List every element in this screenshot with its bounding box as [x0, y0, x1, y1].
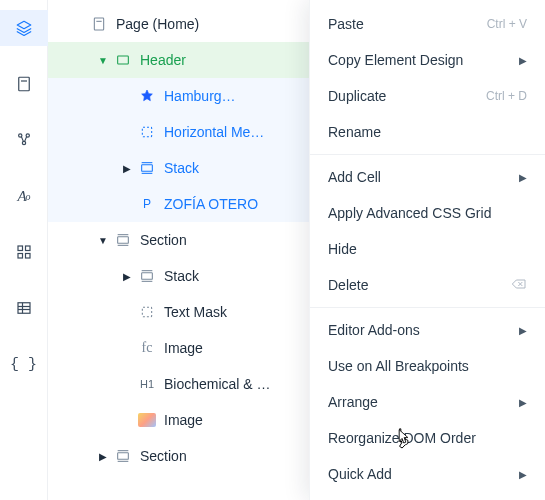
- rail-grid[interactable]: [0, 234, 48, 270]
- svg-rect-28: [142, 307, 151, 316]
- shortcut: Ctrl + V: [487, 17, 527, 31]
- chevron-right-icon: ▶: [519, 397, 527, 408]
- menu-separator: [310, 154, 545, 155]
- stack-icon: [138, 159, 156, 177]
- svg-rect-13: [94, 18, 103, 30]
- svg-rect-22: [118, 237, 129, 244]
- caret-right-icon[interactable]: ▶: [96, 451, 110, 462]
- menu-label: Apply Advanced CSS Grid: [328, 205, 527, 221]
- h1-icon: H1: [138, 378, 156, 390]
- image-thumb-icon: [138, 413, 156, 427]
- caret-down-icon[interactable]: ▼: [96, 235, 110, 246]
- svg-rect-5: [18, 246, 23, 251]
- chevron-right-icon: ▶: [519, 325, 527, 336]
- components-icon: [15, 131, 33, 149]
- typography-icon: A: [17, 188, 25, 205]
- caret-right-icon[interactable]: ▶: [120, 163, 134, 174]
- menu-delete[interactable]: Delete: [310, 267, 545, 303]
- menu-rename[interactable]: Rename: [310, 114, 545, 150]
- svg-rect-8: [25, 254, 30, 259]
- dashed-box-icon: [138, 303, 156, 321]
- menu-label: Editor Add-ons: [328, 322, 519, 338]
- menu-copy-design[interactable]: Copy Element Design ▶: [310, 42, 545, 78]
- menu-label: Duplicate: [328, 88, 486, 104]
- menu-reorganize[interactable]: Reorganize DOM Order: [310, 420, 545, 456]
- caret-right-icon[interactable]: ▶: [120, 271, 134, 282]
- svg-rect-19: [142, 165, 153, 172]
- rail-layers[interactable]: [0, 10, 48, 46]
- menu-label: Use on All Breakpoints: [328, 358, 527, 374]
- rail-table[interactable]: [0, 290, 48, 326]
- shortcut: Ctrl + D: [486, 89, 527, 103]
- chevron-right-icon: ▶: [519, 469, 527, 480]
- page-icon: [15, 75, 33, 93]
- svg-rect-0: [18, 77, 29, 91]
- svg-rect-7: [18, 254, 23, 259]
- chevron-right-icon: ▶: [519, 172, 527, 183]
- grid-icon: [15, 243, 33, 261]
- signature-icon: fc: [138, 340, 156, 356]
- menu-label: Reorganize DOM Order: [328, 430, 527, 446]
- section-icon: [114, 231, 132, 249]
- menu-duplicate[interactable]: Duplicate Ctrl + D: [310, 78, 545, 114]
- svg-point-4: [22, 141, 25, 144]
- svg-rect-6: [25, 246, 30, 251]
- star-icon: [138, 87, 156, 105]
- code-icon: { }: [10, 356, 37, 373]
- dashed-box-icon: [138, 123, 156, 141]
- page-icon: [90, 15, 108, 33]
- svg-rect-18: [142, 127, 151, 136]
- delete-icon: [511, 277, 527, 293]
- svg-rect-29: [118, 453, 129, 460]
- menu-label: Add Cell: [328, 169, 519, 185]
- left-rail: Ao { }: [0, 0, 48, 500]
- menu-label: Hide: [328, 241, 527, 257]
- menu-addons[interactable]: Editor Add-ons ▶: [310, 312, 545, 348]
- menu-separator: [310, 307, 545, 308]
- menu-paste[interactable]: Paste Ctrl + V: [310, 6, 545, 42]
- rail-page[interactable]: [0, 66, 48, 102]
- stack-icon: [138, 267, 156, 285]
- menu-label: Copy Element Design: [328, 52, 519, 68]
- rail-components[interactable]: [0, 122, 48, 158]
- app-root: Ao { } ▶ Page (Home) ▼ Header •••: [0, 0, 545, 500]
- svg-rect-15: [118, 56, 129, 64]
- paragraph-icon: P: [138, 197, 156, 211]
- section-icon: [114, 447, 132, 465]
- menu-breakpoints[interactable]: Use on All Breakpoints: [310, 348, 545, 384]
- svg-rect-25: [142, 273, 153, 280]
- caret-down-icon[interactable]: ▼: [96, 55, 110, 66]
- menu-arrange[interactable]: Arrange ▶: [310, 384, 545, 420]
- svg-rect-9: [18, 303, 30, 314]
- context-menu: Paste Ctrl + V Copy Element Design ▶ Dup…: [309, 0, 545, 500]
- menu-add-cell[interactable]: Add Cell ▶: [310, 159, 545, 195]
- menu-label: Quick Add: [328, 466, 519, 482]
- menu-hide[interactable]: Hide: [310, 231, 545, 267]
- section-icon: [114, 51, 132, 69]
- rail-typography[interactable]: Ao: [0, 178, 48, 214]
- menu-label: Arrange: [328, 394, 519, 410]
- menu-quick-add[interactable]: Quick Add ▶: [310, 456, 545, 492]
- chevron-right-icon: ▶: [519, 55, 527, 66]
- table-icon: [15, 299, 33, 317]
- rail-curly[interactable]: { }: [0, 346, 48, 382]
- layers-icon: [15, 19, 33, 37]
- menu-label: Paste: [328, 16, 487, 32]
- menu-label: Delete: [328, 277, 511, 293]
- menu-label: Rename: [328, 124, 527, 140]
- menu-apply-grid[interactable]: Apply Advanced CSS Grid: [310, 195, 545, 231]
